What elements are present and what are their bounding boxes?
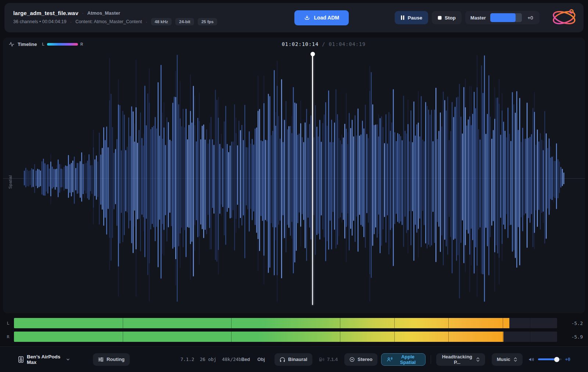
meter-segment-divider — [231, 332, 232, 342]
meter-segment-divider — [530, 318, 530, 328]
pause-button[interactable]: Pause — [395, 11, 428, 24]
meter-track-right — [14, 332, 557, 342]
updown-chevrons-icon — [513, 357, 517, 362]
meter-segment-divider — [123, 332, 123, 342]
transport-controls: Pause Stop Master +0 — [395, 7, 577, 28]
meter-segment-divider — [448, 332, 449, 342]
pulse-icon — [9, 42, 14, 47]
badge-frame-rate: 25 fps — [198, 18, 217, 25]
toolbar-divider — [431, 355, 431, 364]
meter-row-left: L -5.2 — [5, 318, 583, 328]
sliders-icon — [98, 357, 104, 362]
total-timecode: 01:04:04:19 — [329, 41, 365, 47]
headtracking-value: Headtracking P... — [441, 354, 473, 365]
meter-segment-divider — [394, 318, 395, 328]
master-volume-group: Master +0 — [465, 11, 539, 24]
timeline-panel: Timeline L R 01:02:10:14 / 01:04:04:19 S… — [3, 37, 585, 313]
stereo-icon — [349, 357, 355, 362]
playhead[interactable] — [312, 54, 313, 305]
timecode-separator: / — [322, 41, 325, 47]
waveform-area: Spatial — [3, 51, 585, 313]
stereo-gradient-legend: L R — [42, 42, 83, 46]
meter-segment-divider — [231, 318, 232, 328]
left-channel-label: L — [42, 42, 44, 46]
master-gain-value: +0 — [526, 15, 534, 21]
master-label: Master — [470, 15, 486, 21]
meter-value-right: -5.9 — [560, 334, 583, 340]
stop-icon — [438, 16, 442, 20]
meter-segment-divider — [530, 332, 530, 342]
preset-value: Music — [497, 357, 510, 362]
download-tray-icon — [304, 15, 310, 21]
binaural-mode-button[interactable]: Binaural — [275, 353, 312, 366]
headphones-icon — [280, 357, 285, 362]
output-volume-thumb[interactable] — [554, 357, 559, 362]
output-volume-slider[interactable] — [538, 358, 562, 360]
surround-speakers-icon — [319, 357, 325, 362]
meter-segment-divider — [503, 332, 503, 342]
stereo-label: Stereo — [358, 357, 372, 362]
lr-gradient-bar — [47, 43, 78, 46]
header-bar: large_adm_test_file.wav · Atmos_Master 3… — [4, 3, 584, 32]
obj-label: Obj — [257, 357, 265, 362]
routing-label: Routing — [107, 357, 125, 362]
channels-duration: 36 channels • 00:04:04:19 — [13, 19, 67, 24]
waveform-canvas[interactable] — [3, 51, 585, 313]
separator-dot: · — [146, 19, 147, 25]
timeline-header: Timeline L R 01:02:10:14 / 01:04:04:19 — [3, 37, 585, 51]
meter-segment-divider — [448, 318, 449, 328]
badge-sample-rate: 48 kHz — [151, 18, 172, 25]
load-adm-button[interactable]: Load ADM — [294, 10, 349, 25]
app-logo-icon — [551, 7, 577, 28]
meter-fill-right — [14, 332, 503, 342]
meter-segment-divider — [394, 332, 395, 342]
file-info: large_adm_test_file.wav · Atmos_Master 3… — [13, 10, 248, 25]
surround-714-mode-button[interactable]: 7.1.4 — [316, 357, 341, 362]
meter-segment-divider — [340, 332, 340, 342]
meter-value-left: -5.2 — [560, 321, 583, 326]
separator-dot: · — [82, 10, 83, 16]
stereo-mode-button[interactable]: Stereo — [344, 353, 377, 366]
speaker-cabinet-icon — [18, 356, 24, 363]
spatial-axis-label: Spatial — [8, 175, 12, 189]
separator-dot: · — [70, 19, 72, 25]
session-name: Atmos_Master — [87, 10, 121, 16]
playhead-handle-icon[interactable] — [311, 52, 315, 56]
file-name: large_adm_test_file.wav — [13, 10, 78, 16]
pause-label: Pause — [408, 15, 422, 21]
apple-spatial-mode-button[interactable]: Apple Spatial — [381, 353, 426, 366]
format-info: 7.1.2 26 obj 48k/24b — [180, 357, 241, 362]
current-timecode: 01:02:10:14 — [282, 41, 319, 47]
load-adm-label: Load ADM — [314, 15, 339, 21]
headtracking-select[interactable]: Headtracking P... — [436, 353, 485, 366]
output-volume-group: +0 — [528, 357, 570, 362]
bed-label: Bed — [241, 357, 250, 362]
preset-select[interactable]: Music — [492, 353, 523, 366]
surround-714-label: 7.1.4 — [327, 357, 338, 362]
binaural-label: Binaural — [288, 357, 307, 362]
meter-segment-divider — [503, 318, 503, 328]
meter-label-right: R — [5, 335, 11, 339]
meter-row-right: R -5.9 — [5, 332, 583, 342]
output-device-selector[interactable]: Ben’s AirPods Max — [18, 354, 70, 365]
meter-label-left: L — [5, 321, 11, 326]
meter-fill-left — [14, 318, 509, 328]
timecode-display: 01:02:10:14 / 01:04:04:19 — [282, 41, 366, 47]
level-meters: L -5.2 R -5.9 — [5, 318, 583, 342]
stop-label: Stop — [445, 15, 456, 21]
pause-icon — [401, 15, 405, 20]
output-volume-value: +0 — [565, 357, 570, 362]
apple-spatial-label: Apple Spatial — [395, 354, 420, 365]
output-device-name: Ben’s AirPods Max — [27, 354, 62, 365]
content-name: Content: Atmos_Master_Content — [75, 19, 142, 24]
chevron-down-icon — [66, 357, 70, 362]
stop-button[interactable]: Stop — [432, 11, 462, 24]
meter-track-left — [14, 318, 557, 328]
master-volume-fill — [490, 13, 516, 22]
bottom-toolbar: Ben’s AirPods Max Routing 7.1.2 26 obj 4… — [0, 346, 588, 372]
routing-button[interactable]: Routing — [93, 353, 130, 366]
spatial-audio-person-icon — [387, 357, 392, 362]
badge-bit-depth: 24-bit — [175, 18, 194, 25]
right-channel-label: R — [80, 42, 83, 46]
master-volume-slider[interactable] — [490, 13, 522, 22]
